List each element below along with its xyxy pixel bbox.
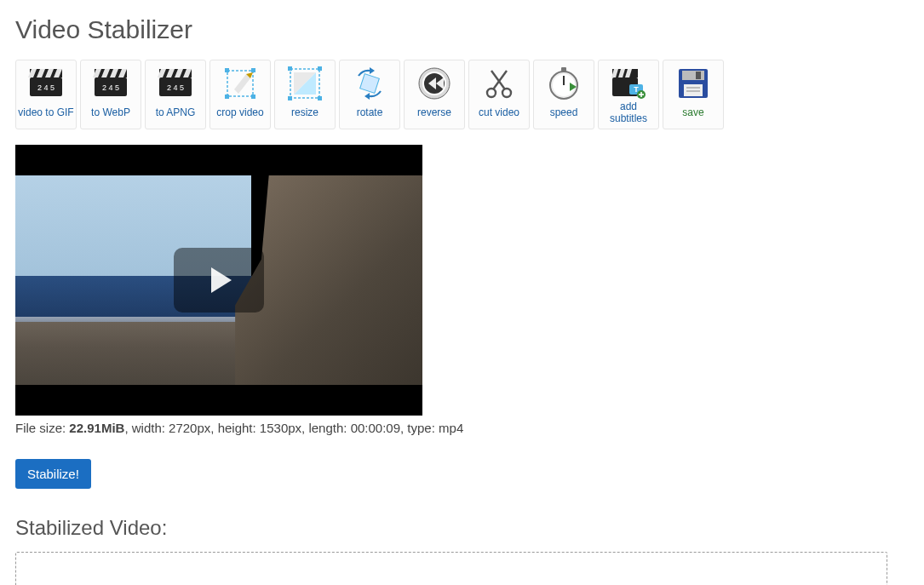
svg-marker-26 — [234, 74, 250, 94]
file-type-value: mp4 — [439, 421, 463, 435]
tool-label: save — [682, 101, 703, 125]
file-info: File size: 22.91MiB, width: 2720px, heig… — [15, 421, 909, 435]
svg-rect-63 — [682, 71, 704, 80]
svg-rect-25 — [251, 95, 255, 99]
speed-button[interactable]: speed — [533, 60, 594, 129]
add-subtitles-button[interactable]: T add subtitles — [598, 60, 659, 129]
svg-rect-31 — [288, 96, 292, 100]
video-to-gif-button[interactable]: 2 4 5 video to GIF — [15, 60, 77, 129]
tool-label: video to GIF — [18, 101, 73, 125]
svg-rect-49 — [561, 67, 566, 72]
svg-line-45 — [493, 71, 507, 89]
scissors-icon — [481, 66, 517, 101]
svg-marker-37 — [364, 93, 370, 100]
file-height-value: 1530px — [260, 421, 301, 435]
tool-label: reverse — [417, 101, 451, 125]
clapperboard-icon: 2 4 5 — [93, 66, 129, 101]
output-placeholder — [15, 552, 887, 585]
stopwatch-icon — [546, 66, 582, 101]
svg-rect-35 — [360, 74, 380, 94]
file-width-value: 2720px — [169, 421, 210, 435]
reverse-icon — [416, 66, 452, 101]
add-subtitles-icon: T — [611, 66, 646, 101]
to-webp-button[interactable]: 2 4 5 to WebP — [80, 60, 141, 129]
tool-label: to WebP — [91, 101, 130, 125]
stabilize-button[interactable]: Stabilize! — [15, 459, 91, 489]
tool-label: crop video — [216, 101, 263, 125]
svg-rect-22 — [225, 68, 229, 72]
svg-text:2 4 5: 2 4 5 — [37, 83, 55, 92]
video-preview — [15, 145, 422, 416]
tool-label: rotate — [357, 101, 383, 125]
file-height-label: , height: — [210, 421, 260, 435]
tool-label: resize — [291, 101, 319, 125]
page-title: Video Stabilizer — [15, 15, 909, 44]
play-button[interactable] — [174, 248, 264, 313]
file-length-value: 00:00:09 — [351, 421, 400, 435]
svg-rect-29 — [288, 66, 292, 71]
file-size-label: File size: — [15, 421, 69, 435]
svg-rect-65 — [684, 84, 703, 96]
resize-icon — [287, 66, 323, 101]
save-button[interactable]: save — [663, 60, 724, 129]
file-size-value: 22.91MiB — [69, 421, 124, 435]
svg-rect-23 — [251, 68, 255, 72]
tool-label: to APNG — [156, 101, 196, 125]
tool-label: add subtitles — [600, 101, 657, 125]
rotate-icon — [352, 66, 387, 101]
svg-text:2 4 5: 2 4 5 — [167, 83, 184, 92]
svg-marker-36 — [370, 67, 375, 74]
file-width-label: , width: — [124, 421, 169, 435]
svg-point-44 — [502, 89, 511, 97]
floppy-disk-icon — [675, 66, 711, 101]
svg-rect-24 — [225, 95, 229, 99]
reverse-button[interactable]: reverse — [404, 60, 465, 129]
crop-video-button[interactable]: crop video — [209, 60, 271, 129]
svg-point-43 — [487, 89, 496, 97]
file-type-label: , type: — [400, 421, 439, 435]
file-length-label: , length: — [301, 421, 351, 435]
cut-video-button[interactable]: cut video — [468, 60, 530, 129]
clapperboard-icon: 2 4 5 — [158, 66, 193, 101]
to-apng-button[interactable]: 2 4 5 to APNG — [145, 60, 206, 129]
svg-text:2 4 5: 2 4 5 — [102, 83, 119, 92]
rotate-button[interactable]: rotate — [339, 60, 400, 129]
crop-icon — [222, 66, 258, 101]
svg-rect-32 — [318, 96, 322, 100]
svg-rect-64 — [696, 72, 701, 79]
clapperboard-icon: 2 4 5 — [28, 66, 64, 101]
output-heading: Stabilized Video: — [15, 516, 909, 540]
tool-label: cut video — [479, 101, 519, 125]
resize-button[interactable]: resize — [274, 60, 336, 129]
tool-label: speed — [550, 101, 578, 125]
svg-line-46 — [491, 71, 505, 89]
toolbar: 2 4 5 video to GIF 2 4 5 to WebP 2 4 5 t… — [15, 60, 909, 129]
svg-rect-30 — [318, 66, 322, 71]
